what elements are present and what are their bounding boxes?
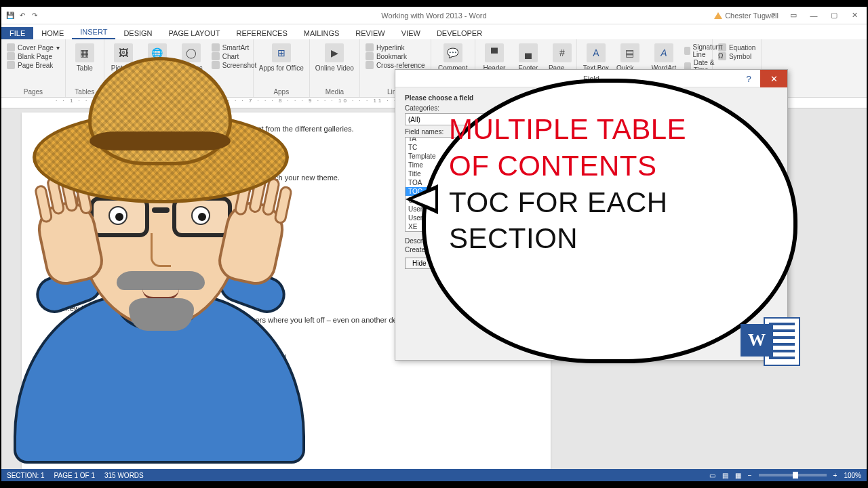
online-video-button[interactable]: ▶Online Video bbox=[315, 43, 354, 72]
bubble-line: TOC FOR EACH bbox=[449, 184, 776, 221]
titlebar: 💾 ↶ ↷ Working with Word 2013 - Word Ches… bbox=[1, 7, 867, 24]
close-icon[interactable]: ✕ bbox=[845, 9, 864, 22]
quickparts-icon: ▤ bbox=[620, 43, 639, 62]
help-icon[interactable]: ? bbox=[764, 9, 783, 22]
zoom-out-icon[interactable]: − bbox=[748, 472, 752, 479]
cross-reference-button[interactable]: Cross-reference bbox=[366, 61, 425, 69]
ribbon-display-icon[interactable]: ▭ bbox=[784, 9, 803, 22]
comment-icon: 💬 bbox=[443, 43, 462, 62]
comment-button[interactable]: 💬Comment bbox=[437, 43, 469, 72]
footer-icon: ▄ bbox=[519, 43, 538, 62]
view-web-icon[interactable]: ▦ bbox=[735, 472, 741, 479]
tab-developer[interactable]: DEVELOPER bbox=[429, 27, 490, 39]
status-words[interactable]: 315 WORDS bbox=[104, 472, 144, 479]
status-section[interactable]: SECTION: 1 bbox=[7, 472, 45, 479]
zoom-slider[interactable] bbox=[759, 474, 827, 476]
maximize-icon[interactable]: ▢ bbox=[825, 9, 844, 22]
header-icon: ▀ bbox=[485, 43, 504, 62]
tab-view[interactable]: VIEW bbox=[393, 27, 429, 39]
bubble-line: OF CONTENTS bbox=[449, 148, 776, 184]
text-box-button[interactable]: AText Box bbox=[583, 43, 610, 72]
footer-button[interactable]: ▄Footer bbox=[515, 43, 542, 72]
bookmark-button[interactable]: Bookmark bbox=[366, 52, 425, 60]
save-icon[interactable]: 💾 bbox=[5, 10, 15, 20]
bubble-line: SECTION bbox=[449, 220, 776, 257]
window-title: Working with Word 2013 - Word bbox=[381, 12, 486, 20]
status-page[interactable]: PAGE 1 OF 1 bbox=[54, 472, 95, 479]
zoom-level[interactable]: 100% bbox=[844, 472, 861, 479]
symbol-button[interactable]: ΩSymbol bbox=[718, 52, 755, 60]
pagenum-icon: # bbox=[553, 43, 572, 62]
tab-review[interactable]: REVIEW bbox=[347, 27, 393, 39]
video-icon: ▶ bbox=[325, 43, 344, 62]
bubble-line: MULTIPLE TABLE bbox=[449, 111, 776, 148]
view-print-icon[interactable]: ▤ bbox=[722, 472, 728, 479]
presenter-avatar bbox=[0, 30, 319, 464]
wordart-button[interactable]: AWordArt bbox=[650, 43, 677, 72]
redo-icon[interactable]: ↷ bbox=[30, 10, 39, 20]
equation-button[interactable]: πEquation bbox=[718, 43, 755, 52]
zoom-in-icon[interactable]: + bbox=[833, 472, 837, 479]
hyperlink-button[interactable]: Hyperlink bbox=[366, 43, 425, 52]
status-bar: SECTION: 1 PAGE 1 OF 1 315 WORDS ▭ ▤ ▦ −… bbox=[1, 469, 867, 481]
word-logo-icon: W bbox=[741, 314, 800, 369]
wordart-icon: A bbox=[654, 43, 673, 62]
minimize-icon[interactable]: — bbox=[804, 9, 823, 22]
view-read-icon[interactable]: ▭ bbox=[709, 472, 715, 479]
header-button[interactable]: ▀Header bbox=[481, 43, 508, 72]
textbox-icon: A bbox=[587, 43, 606, 62]
undo-icon[interactable]: ↶ bbox=[18, 10, 27, 20]
quick-access-toolbar: 💾 ↶ ↷ bbox=[5, 10, 39, 20]
